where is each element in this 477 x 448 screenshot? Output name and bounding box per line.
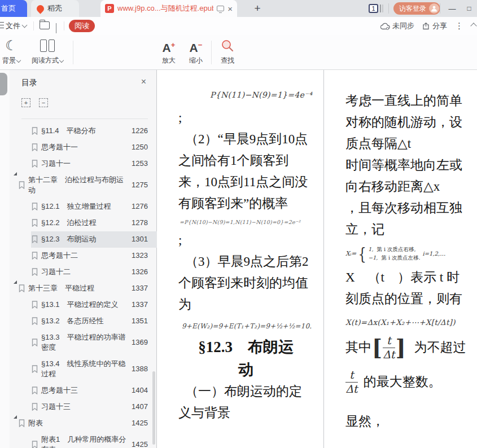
toc-item-page: 1278 [132, 218, 148, 228]
new-tab-button[interactable]: + [251, 2, 264, 15]
chevron-down-icon [16, 58, 21, 62]
doc-formula-fraction: 其中 [ tΔt ] 为不超过 [345, 335, 469, 361]
toc-item[interactable]: 习题十三 1407 [10, 399, 157, 415]
chevron-down-icon [59, 58, 64, 62]
share-button[interactable]: 分享 [422, 21, 447, 31]
toc-item-label: 习题十三 [41, 402, 128, 412]
toc-item[interactable]: §13.2 各态历经性 1351 [10, 313, 157, 330]
toc-item-label: 习题十二 [41, 267, 128, 277]
expand-all-button[interactable]: + [21, 98, 30, 107]
screen-cast-icon[interactable] [217, 6, 224, 11]
reading-mode-button[interactable]: 阅读方式 [26, 38, 69, 67]
toc-item-page: 1250 [132, 142, 148, 152]
bookmark-icon [32, 143, 38, 151]
window-maximize-button[interactable]: □ [461, 0, 477, 17]
toc-item-page: 1226 [132, 126, 148, 136]
bookmark-icon [32, 317, 38, 325]
more-options-icon[interactable]: ⋮ [455, 21, 463, 31]
toc-item[interactable]: 思考题十二 1323 [10, 248, 157, 264]
divider [64, 21, 64, 30]
tab-close-icon[interactable]: × [227, 4, 233, 14]
docer-logo-icon [35, 3, 45, 14]
toc-item[interactable]: 第十三章 平稳过程 1337 [10, 280, 157, 297]
read-mode-pill[interactable]: 阅读 [69, 20, 95, 32]
tab-docer[interactable]: 稻壳 [31, 0, 79, 17]
toc-item-label: 思考题十三 [41, 385, 128, 396]
collapse-toolbar-icon[interactable] [470, 23, 476, 29]
moon-icon: ☾ [5, 38, 17, 53]
toc-item[interactable]: §12.3 布朗运动 1301 [10, 231, 157, 248]
zoom-in-label: 放大 [162, 56, 176, 65]
doc-formula: =P{N(10)−N(9)=1,N(11)−N(10)=0}=2e⁻² [180, 219, 313, 225]
zoom-out-button[interactable]: A− 缩小 [182, 38, 210, 67]
bookmark-icon [32, 219, 38, 227]
divider [440, 3, 440, 14]
sync-status[interactable]: 未同步 [380, 21, 414, 31]
window-minimize-button[interactable]: — [444, 0, 461, 17]
tab-count-badge[interactable]: 1 [369, 4, 378, 13]
toc-item-label: §13.4 线性系统中的平稳过程 [41, 359, 128, 379]
toc-item[interactable]: §13.4 线性系统中的平稳过程 1388 [10, 356, 157, 383]
sidebar-toggle-handle[interactable] [0, 73, 7, 95]
toc-item-label: 第十三章 平稳过程 [28, 283, 128, 293]
toc-item[interactable]: 附表 1425 [10, 415, 157, 432]
visitor-login-button[interactable]: 访客登录 [393, 2, 440, 15]
doc-formula: X(t)=Δx(X₁+X₂+⋯+X[t/Δt]) [345, 318, 469, 327]
toc-item-label: 习题十一 [41, 159, 128, 169]
doc-paragraph: 考虑一直线上的简单对称的随机游动，设质点每隔△t [345, 90, 469, 155]
toc-item[interactable]: 思考题十一 1250 [10, 139, 157, 156]
toc-item[interactable]: §12.2 泊松过程 1278 [10, 215, 157, 231]
toc-item-label: 附表1 几种常用的概率分布表 [41, 434, 128, 448]
avatar-icon [429, 3, 439, 14]
epub-file-icon: P [105, 4, 114, 13]
bracket-glyph: [ [372, 339, 382, 357]
hamburger-menu-icon[interactable] [0, 22, 4, 28]
expand-triangle-icon[interactable] [14, 280, 17, 284]
tab-list-icon[interactable] [380, 5, 383, 12]
open-folder-icon[interactable] [40, 21, 50, 29]
zoom-in-button[interactable]: A+ 放大 [155, 38, 183, 67]
toc-item-page: 1425 [132, 440, 148, 448]
toc-item[interactable]: §13.3 平稳过程的功率谱密度 1369 [10, 330, 157, 356]
reading-mode-label: 阅读方式 [32, 56, 59, 65]
toc-item[interactable]: §11.4 平稳分布 1226 [10, 123, 157, 139]
bookmark-icon [32, 339, 38, 346]
tab-home[interactable]: 首页 [0, 0, 27, 17]
expand-triangle-icon[interactable] [14, 415, 17, 419]
section-heading: §12.3 布朗运动 [178, 336, 313, 381]
bookmark-icon [32, 252, 38, 260]
tab-document-active[interactable]: P www.j9p.co...与随机过程.epub × [100, 0, 237, 17]
file-menu-label: 文件 [6, 21, 20, 31]
toc-item[interactable]: §12.1 独立增量过程 1276 [10, 199, 157, 215]
doc-paragraph: 显然， [345, 411, 469, 432]
toc-item-page: 1276 [132, 201, 148, 212]
collapse-all-button[interactable]: − [39, 98, 48, 107]
toc-item[interactable]: 思考题十三 1404 [10, 383, 157, 399]
find-button[interactable]: 查找 [213, 38, 242, 67]
close-panel-icon[interactable]: × [141, 77, 146, 87]
expand-triangle-icon[interactable] [14, 172, 17, 175]
doc-paragraph: （3）早晨9点之后第2个顾客到来时刻的均值为 [178, 251, 313, 315]
menu-bar: 文件 阅读 未同步 分享 ⋮ [0, 17, 477, 35]
toc-item-label: §12.2 泊松过程 [41, 218, 128, 228]
toc-item-page: 1425 [132, 418, 148, 428]
folder-dropdown-caret[interactable] [56, 23, 56, 33]
toc-item-label: §13.3 平稳过程的功率谱密度 [41, 332, 128, 353]
content-area: 目录 × + − §11.4 平稳分布 1226 思考题十一 1250 [0, 70, 477, 448]
toc-item[interactable]: 第十二章 泊松过程与布朗运动 1275 [10, 172, 157, 199]
share-icon [422, 22, 430, 30]
toc-item[interactable]: 习题十一 1253 [10, 156, 157, 172]
toc-item-page: 1407 [132, 402, 148, 412]
background-button[interactable]: ☾ 背景 [0, 38, 27, 67]
font-smaller-icon: A− [190, 38, 203, 55]
bookmark-icon [32, 441, 38, 448]
bookmark-icon [32, 301, 38, 309]
bookmark-icon [19, 284, 25, 292]
sidebar-scrollbar[interactable] [152, 371, 155, 445]
bookmark-icon [32, 268, 38, 276]
toc-item[interactable]: 习题十二 1326 [10, 264, 157, 280]
toc-item[interactable]: §13.1 平稳过程的定义 1337 [10, 297, 157, 313]
toc-item[interactable]: 附表1 几种常用的概率分布表 1425 [10, 432, 157, 448]
browser-tab-bar: 首页 稻壳 P www.j9p.co...与随机过程.epub × + 1 访客… [0, 0, 477, 17]
file-menu[interactable]: 文件 [6, 20, 27, 32]
